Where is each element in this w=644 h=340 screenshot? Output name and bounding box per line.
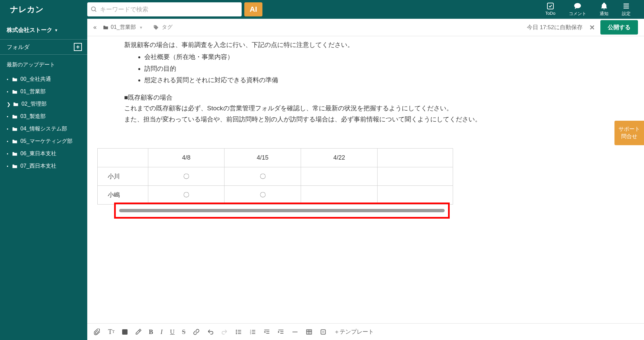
bullet-icon: ● (7, 140, 8, 143)
check-square-icon (546, 2, 554, 10)
header-action-label: 通知 (600, 11, 608, 17)
table-cell (301, 167, 378, 186)
main-panel: « 01_営業部 ▼ タグ 今日 17:52に自動保存 ✕ 公開する 新規顧客の… (87, 19, 644, 340)
outdent-button[interactable] (263, 329, 270, 335)
editor-toolbar: TT B I U S 123 ＋テンプレート (87, 323, 644, 340)
publish-button[interactable]: 公開する (600, 20, 638, 35)
bullet-icon: ● (7, 90, 8, 93)
highlighter-button[interactable] (135, 329, 142, 335)
underline-button[interactable]: U (170, 328, 175, 336)
chevron-right-icon: ❯ (7, 102, 11, 107)
folder-icon (12, 151, 18, 157)
header-action-settings[interactable]: 設定 (622, 2, 631, 17)
table-header-cell: 4/15 (225, 149, 301, 167)
folder-name: 06_東日本支社 (20, 150, 56, 157)
bold-button[interactable]: B (149, 328, 153, 336)
org-selector[interactable]: 株式会社ストーク ▼ (0, 24, 87, 39)
svg-rect-17 (252, 332, 255, 332)
table-button[interactable] (306, 329, 312, 335)
breadcrumb-folder[interactable]: 01_営業部 ▼ (103, 24, 143, 31)
bell-icon (600, 2, 608, 10)
numbered-list-button[interactable]: 123 (249, 329, 256, 335)
bullet-icon: ● (7, 165, 8, 168)
header-action-label: コメント (569, 11, 586, 17)
ai-button[interactable]: AI (244, 2, 262, 16)
horizontal-scroll-highlight (114, 203, 450, 219)
strikethrough-button[interactable]: S (182, 328, 186, 336)
folder-name: 05_マーケティング部 (20, 138, 72, 145)
menu-icon (622, 2, 630, 10)
folder-icon (12, 114, 18, 120)
table-cell: 〇 (148, 186, 224, 205)
sidebar: 株式会社ストーク ▼ フォルダ + 最新のアップデート ● 00_全社共通 ● … (0, 19, 87, 340)
square-icon (122, 329, 128, 335)
text-size-button[interactable]: TT (108, 328, 115, 336)
svg-point-8 (236, 331, 237, 332)
svg-rect-11 (238, 332, 241, 332)
attachment-button[interactable] (94, 329, 101, 335)
folder-header: フォルダ + (0, 39, 87, 55)
close-icon[interactable]: ✕ (589, 23, 595, 32)
chevron-down-icon: ▼ (139, 25, 143, 30)
add-folder-button[interactable]: + (74, 43, 82, 51)
logo: ナレカン (0, 4, 87, 15)
intro-text: 新規顧客の場合は、事前調査を入念に行い、下記の点に特に注意してください。 (124, 40, 624, 50)
document-editor[interactable]: 新規顧客の場合は、事前調査を入念に行い、下記の点に特に注意してください。 会社概… (87, 36, 644, 323)
sidebar-folder-03[interactable]: ● 03_製造部 (0, 110, 87, 123)
tag-area[interactable]: タグ (153, 24, 172, 31)
table-cell (301, 186, 378, 205)
search-wrapper: AI (87, 2, 262, 16)
svg-rect-18 (252, 333, 255, 334)
redo-button[interactable] (221, 329, 228, 335)
svg-rect-22 (278, 330, 283, 330)
sidebar-folder-02[interactable]: ❯ 02_管理部 (0, 98, 87, 110)
scrollbar-thumb[interactable] (119, 209, 445, 212)
link-button[interactable] (193, 329, 200, 335)
sidebar-folder-00[interactable]: ● 00_全社共通 (0, 73, 87, 86)
updates-label[interactable]: 最新のアップデート (0, 55, 87, 73)
table-row: 小嶋 〇 〇 (98, 186, 453, 205)
app-header: ナレカン AI ToDo コメント (0, 0, 644, 19)
table-cell (378, 167, 453, 186)
bullet-list-button[interactable] (235, 329, 242, 335)
sidebar-folder-07[interactable]: ● 07_西日本支社 (0, 160, 87, 172)
svg-rect-10 (238, 330, 241, 331)
breadcrumb-bar: « 01_営業部 ▼ タグ 今日 17:52に自動保存 ✕ 公開する (87, 19, 644, 36)
svg-text:3: 3 (250, 332, 251, 334)
schedule-table[interactable]: 4/8 4/15 4/22 小川 〇 〇 (97, 148, 453, 205)
indent-button[interactable] (278, 329, 284, 335)
folder-icon (12, 126, 18, 132)
checkbox-button[interactable] (320, 329, 327, 335)
template-button[interactable]: ＋テンプレート (334, 328, 374, 336)
italic-button[interactable]: I (160, 328, 162, 336)
folder-name: 01_営業部 (20, 88, 46, 95)
fill-color-button[interactable] (122, 329, 128, 335)
header-action-notification[interactable]: 通知 (600, 2, 608, 17)
folder-icon (12, 138, 18, 145)
search-input[interactable] (100, 6, 238, 13)
svg-rect-2 (547, 3, 553, 9)
folder-icon (12, 89, 18, 95)
svg-rect-21 (266, 333, 269, 334)
sidebar-folder-05[interactable]: ● 05_マーケティング部 (0, 135, 87, 148)
bullet-icon: ● (7, 127, 8, 130)
svg-rect-24 (280, 333, 283, 334)
undo-button[interactable] (207, 329, 214, 335)
horizontal-rule-button[interactable] (292, 329, 298, 335)
table-cell: 〇 (225, 186, 301, 205)
collapse-sidebar-icon[interactable]: « (93, 24, 97, 31)
header-action-comment[interactable]: コメント (569, 2, 586, 17)
template-label: テンプレート (340, 328, 374, 336)
table-header-cell (98, 149, 148, 167)
header-action-todo[interactable]: ToDo (545, 2, 555, 17)
table-cell: 〇 (148, 167, 224, 186)
svg-rect-26 (306, 330, 311, 334)
sidebar-folder-06[interactable]: ● 06_東日本支社 (0, 148, 87, 160)
folder-icon (12, 163, 18, 169)
document-body: 新規顧客の場合は、事前調査を入念に行い、下記の点に特に注意してください。 会社概… (124, 40, 624, 219)
sidebar-folder-01[interactable]: ● 01_営業部 (0, 86, 87, 98)
comment-icon (574, 2, 582, 10)
support-tab[interactable]: サポート 問合せ (614, 121, 644, 145)
search-box[interactable] (87, 2, 242, 16)
sidebar-folder-04[interactable]: ● 04_情報システム部 (0, 123, 87, 135)
